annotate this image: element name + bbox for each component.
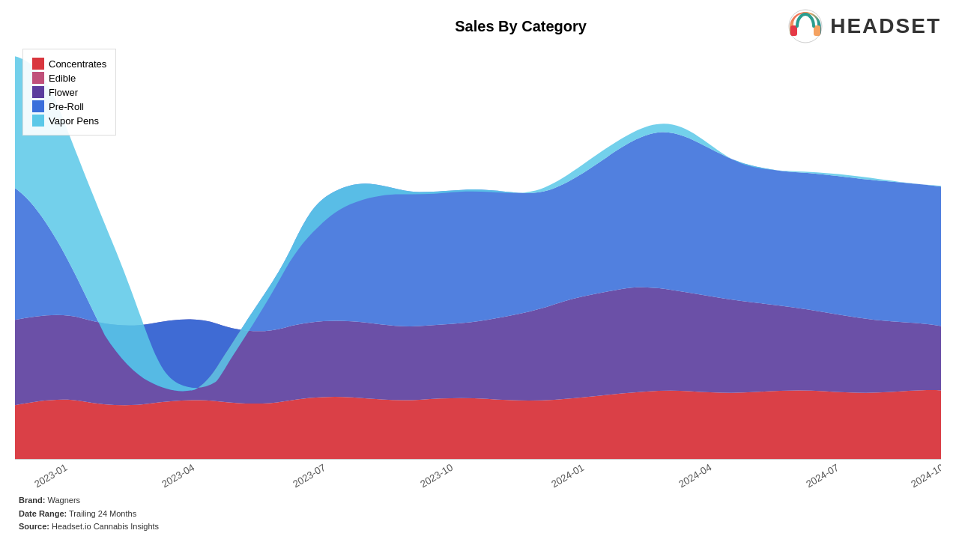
svg-text:2024-04: 2024-04 [677,462,713,490]
footer-brand-value: Wagners [48,496,81,505]
svg-text:2024-01: 2024-01 [549,462,586,490]
legend-color-concentrates [32,58,44,70]
footer-source-value: Headset.io Cannabis Insights [52,522,159,531]
footer-brand-label: Brand: [19,496,45,505]
chart-area: Concentrates Edible Flower Pre-Roll Vapo… [15,49,941,490]
legend-label-flower: Flower [49,87,78,98]
logo-area: HEADSET [787,7,941,45]
area-chart: 2023-01 2023-04 2023-07 2023-10 2024-01 … [15,49,941,490]
chart-legend: Concentrates Edible Flower Pre-Roll Vapo… [22,49,116,136]
chart-title: Sales By Category [255,18,787,35]
legend-item-flower: Flower [32,86,106,98]
svg-text:2023-07: 2023-07 [291,462,327,490]
footer-date-range-label: Date Range: [19,509,67,518]
svg-text:2023-10: 2023-10 [418,462,455,490]
legend-color-edible [32,72,44,84]
page-container: Sales By Category [0,0,956,560]
legend-label-edible: Edible [49,73,76,84]
footer-date-range-value: Trailing 24 Months [69,509,136,518]
footer-source: Source: Headset.io Cannabis Insights [19,520,937,534]
svg-text:2024-07: 2024-07 [804,462,841,490]
legend-label-preroll: Pre-Roll [49,101,84,112]
footer-date-range: Date Range: Trailing 24 Months [19,508,937,521]
footer-source-label: Source: [19,522,49,531]
header: Sales By Category [0,0,956,49]
legend-item-preroll: Pre-Roll [32,100,106,112]
svg-text:2023-04: 2023-04 [160,462,196,490]
headset-logo-icon [787,7,824,45]
legend-label-vapor-pens: Vapor Pens [49,115,99,127]
footer-brand: Brand: Wagners [19,494,937,508]
legend-item-edible: Edible [32,72,106,84]
footer-info: Brand: Wagners Date Range: Trailing 24 M… [0,490,956,538]
legend-label-concentrates: Concentrates [49,58,106,70]
svg-text:2023-01: 2023-01 [32,462,69,490]
legend-color-preroll [32,100,44,112]
legend-item-concentrates: Concentrates [32,58,106,70]
legend-color-vapor-pens [32,115,44,127]
legend-color-flower [32,86,44,98]
legend-item-vapor-pens: Vapor Pens [32,115,106,127]
logo-text: HEADSET [830,14,941,38]
svg-text:2024-10: 2024-10 [909,462,941,490]
